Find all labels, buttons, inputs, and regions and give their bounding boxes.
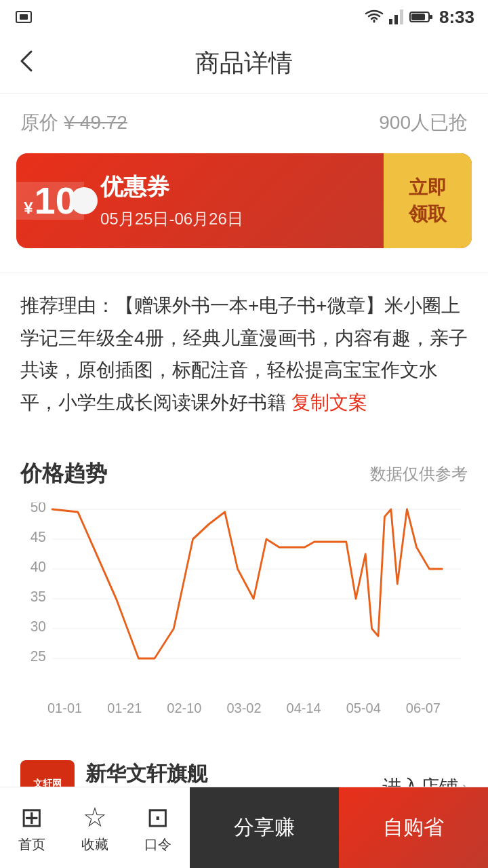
svg-rect-1 [20,14,28,20]
svg-text:40: 40 [30,559,46,576]
signal-icon [389,9,404,24]
trend-header: 价格趋势 数据仅供参考 [20,459,468,489]
back-button[interactable] [16,46,35,81]
coupon-date: 05月25日-06月26日 [100,208,367,230]
battery-icon [409,10,434,24]
original-price: 原价 ¥ 49.72 [20,110,127,136]
shop-name: 新华文轩旗舰 [85,760,207,788]
svg-text:50: 50 [30,502,46,515]
x-label-4: 04-14 [287,701,321,716]
x-label-6: 06-07 [406,701,441,716]
svg-text:25: 25 [30,648,46,665]
nav-favorites[interactable]: ☆ 收藏 [63,802,126,854]
x-label-0: 01-01 [47,701,82,716]
svg-rect-2 [389,19,392,24]
price-chart: 50 45 40 35 30 25 01-01 01-21 02-10 03-0… [20,502,468,719]
nav-token-label: 口令 [144,835,171,854]
svg-rect-3 [394,15,398,24]
x-label-5: 05-04 [346,701,381,716]
x-label-1: 01-21 [107,701,142,716]
trend-title: 价格趋势 [20,459,107,489]
nav-token[interactable]: ⊡ 口令 [127,802,190,854]
bottom-actions: 分享赚 自购省 [190,787,488,868]
trend-section: 价格趋势 数据仅供参考 50 45 40 35 30 25 [0,443,488,736]
chart-x-labels: 01-01 01-21 02-10 03-02 04-14 05-04 06-0… [20,695,468,716]
description-section: 推荐理由：【赠课外书一本+电子书+微章】米小圈上学记三年级全4册，经典儿童漫画书… [0,273,488,435]
coupon-claim-button[interactable]: 立即 领取 [384,153,472,248]
price-row: 原价 ¥ 49.72 900人已抢 [0,94,488,146]
header: 商品详情 [0,34,488,94]
coupon-amount: ¥ 10 [24,182,77,220]
main-content: 原价 ¥ 49.72 900人已抢 ¥ 10 优惠券 05月25日-06月26日… [0,94,488,868]
coupon-card: ¥ 10 优惠券 05月25日-06月26日 立即 领取 [16,153,472,248]
nav-favorites-label: 收藏 [81,835,108,854]
trend-note: 数据仅供参考 [370,463,468,485]
notification-icon [14,9,34,25]
svg-rect-7 [430,15,432,19]
copy-link-button[interactable]: 复制文案 [291,392,367,413]
coupon-value: 10 [35,182,77,220]
share-button[interactable]: 分享赚 [190,787,339,868]
description-text: 推荐理由：【赠课外书一本+电子书+微章】米小圈上学记三年级全4册，经典儿童漫画书… [20,295,468,413]
svg-text:45: 45 [30,529,46,546]
coupon-wrapper: ¥ 10 优惠券 05月25日-06月26日 立即 领取 [0,146,488,264]
x-label-3: 03-02 [226,701,261,716]
nav-home[interactable]: ⊞ 首页 [0,802,63,854]
coupon-title: 优惠券 [100,172,367,203]
status-left [14,9,34,25]
home-icon: ⊞ [20,802,43,833]
chart-svg: 50 45 40 35 30 25 [20,502,468,692]
svg-text:30: 30 [30,618,46,635]
coupon-middle: 优惠券 05月25日-06月26日 [84,172,384,230]
x-label-2: 02-10 [167,701,201,716]
wifi-icon [365,9,384,24]
svg-text:35: 35 [30,589,46,606]
coupon-btn-text: 立即 领取 [409,174,447,227]
star-icon: ☆ [83,802,107,833]
buy-button[interactable]: 自购省 [339,787,488,868]
status-right: 8:33 [365,7,474,28]
time-display: 8:33 [439,7,474,28]
coupon-left-deco: ¥ 10 [16,182,84,220]
status-bar: 8:33 [0,0,488,34]
svg-rect-4 [400,9,403,24]
token-icon: ⊡ [146,802,169,833]
bottom-nav: ⊞ 首页 ☆ 收藏 ⊡ 口令 [0,802,190,854]
svg-rect-6 [411,14,425,20]
page-title: 商品详情 [195,47,293,80]
coupon-yen: ¥ [24,199,33,218]
nav-home-label: 首页 [18,835,45,854]
bottom-bar: ⊞ 首页 ☆ 收藏 ⊡ 口令 分享赚 自购省 [0,787,488,868]
claimed-count: 900人已抢 [379,110,468,136]
